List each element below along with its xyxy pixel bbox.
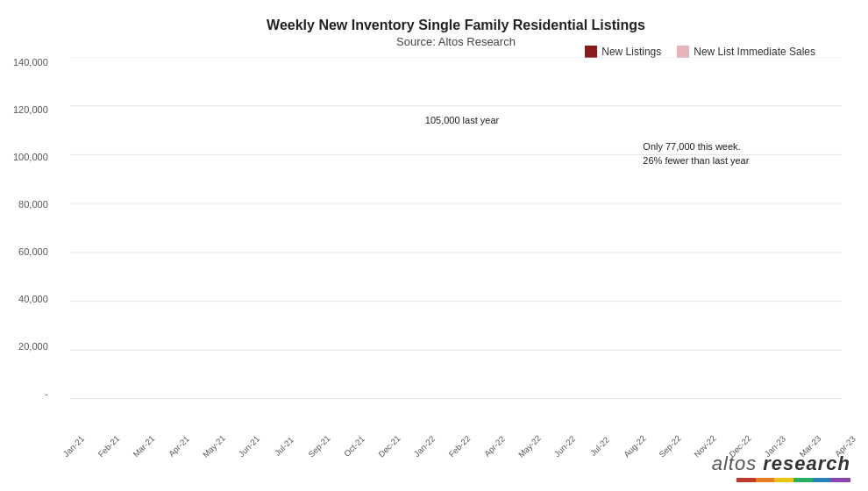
x-axis-label: Apr-21 [167, 434, 191, 459]
y-axis-label: 100,000 [13, 152, 48, 162]
chart-container: Weekly New Inventory Single Family Resid… [0, 0, 868, 491]
logo-area: altos research [712, 452, 850, 482]
x-axis-label: Dec-21 [376, 433, 402, 459]
y-axis-label: 20,000 [13, 341, 48, 352]
x-axis-label: May-21 [201, 433, 227, 459]
y-axis-label: 40,000 [13, 294, 48, 304]
x-axis-label: Oct-21 [342, 434, 366, 459]
x-axis-label: Feb-22 [446, 433, 472, 459]
y-axis-label: 60,000 [13, 246, 48, 257]
legend-new-listings-label: New Listings [601, 46, 661, 58]
legend-new-listings: New Listings [585, 46, 661, 58]
x-axis-label: Jul-21 [273, 435, 295, 458]
y-axis: -20,00040,00060,00080,000100,000120,0001… [13, 57, 48, 399]
x-axis-label: Jan-21 [61, 434, 86, 459]
chart-legend: New Listings New List Immediate Sales [585, 46, 815, 58]
x-axis-label: Apr-22 [482, 434, 507, 459]
legend-new-list-immediate-label: New List Immediate Sales [694, 46, 815, 58]
x-axis-label: Sep-22 [657, 433, 682, 459]
x-axis-label: Sep-21 [306, 433, 331, 459]
logo-text: altos research [712, 452, 850, 475]
legend-new-list-immediate-box [677, 46, 689, 58]
logo-altos: altos [712, 452, 764, 474]
logo-bar [736, 478, 850, 482]
x-axis-label: May-22 [516, 433, 543, 459]
y-axis-label: 120,000 [13, 104, 48, 115]
legend-new-list-immediate: New List Immediate Sales [677, 46, 815, 58]
x-axis-label: Jun-22 [552, 434, 577, 459]
x-axis-label: Jul-22 [588, 435, 611, 458]
chart-area: -20,00040,00060,00080,000100,000120,0001… [70, 57, 842, 399]
y-axis-label: - [13, 388, 48, 399]
x-axis-label: Mar-21 [131, 433, 156, 459]
bars-wrapper [70, 57, 842, 399]
logo-research: research [763, 452, 850, 474]
x-axis-label: Feb-21 [96, 433, 121, 459]
x-axis-label: Jan-22 [412, 434, 437, 459]
y-axis-label: 80,000 [13, 199, 48, 210]
chart-title: Weekly New Inventory Single Family Resid… [70, 18, 842, 33]
legend-new-listings-box [585, 46, 597, 58]
y-axis-label: 140,000 [13, 57, 48, 68]
x-axis-label: Aug-22 [622, 433, 647, 459]
x-axis-label: Jun-21 [237, 434, 261, 459]
